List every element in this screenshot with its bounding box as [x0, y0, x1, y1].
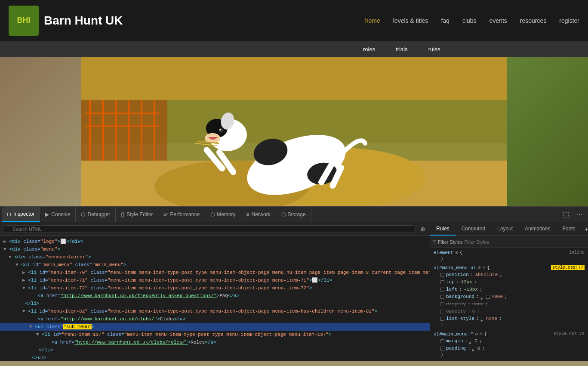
devtools-panel: ◻ Inspector ▶ Console ⬡ Debugger {} Styl…	[0, 206, 588, 361]
css-prop-checkbox[interactable]	[440, 280, 444, 284]
hero-section	[0, 57, 588, 206]
html-line-selected[interactable]: ▼ <ul class="sub-menu">	[0, 323, 430, 331]
html-line[interactable]: ▼ <div class="menucontainer">	[0, 253, 430, 261]
css-tab-fonts[interactable]: Fonts	[556, 222, 581, 236]
expand-icon[interactable]: ▼	[9, 254, 12, 260]
tab-console-label: Console	[51, 211, 70, 217]
html-line[interactable]: ▶ <li id="menu-item-70" class="menu-item…	[0, 269, 430, 276]
css-prop-position: position: absolute;	[434, 271, 585, 279]
filter-label: Filter Styles	[438, 239, 462, 245]
filter-styles-input[interactable]	[464, 239, 585, 245]
logo-image: BHI	[9, 6, 39, 36]
css-prop-checkbox[interactable]	[440, 288, 444, 292]
dock-button[interactable]: ⬚	[559, 210, 573, 218]
html-line[interactable]: <a href="http://www.barnhunt.co.uk/clubs…	[0, 338, 430, 346]
css-tab-computed[interactable]: Computed	[456, 222, 491, 236]
console-icon: ▶	[45, 211, 49, 217]
css-prop-checkbox[interactable]	[440, 310, 444, 313]
html-line[interactable]: ▼ <li id="menu-item-137" class="menu-ite…	[0, 331, 430, 338]
css-prop-checkbox[interactable]	[440, 302, 444, 306]
subnav-trials[interactable]: trials	[385, 41, 418, 57]
margin-triangle-btn[interactable]: ▶	[469, 340, 473, 343]
expand-icon[interactable]: ▼	[22, 309, 25, 314]
storage-icon: ⬡	[281, 211, 286, 217]
html-line[interactable]: </li>	[0, 300, 430, 307]
css-prop-checkbox[interactable]	[440, 273, 444, 277]
nav-clubs[interactable]: clubs	[462, 17, 477, 24]
html-line[interactable]: ▼ <ul id="main_menu" class="main_menu">	[0, 261, 430, 269]
tab-performance[interactable]: ⟳ Performance	[158, 207, 205, 222]
memory-icon: ⬡	[210, 211, 215, 217]
more-options-button[interactable]: ⋯	[573, 210, 586, 218]
css-tab-animations[interactable]: Animations	[519, 222, 556, 236]
tab-storage[interactable]: ⬡ Storage	[276, 207, 311, 222]
css-prop-checkbox[interactable]	[440, 295, 444, 299]
css-prop-margin: margin: ▶ 0;	[434, 338, 585, 345]
css-prop-left: left: -10px;	[434, 286, 585, 293]
nav-home[interactable]: home	[365, 17, 380, 24]
site-header: BHI Barn Hunt UK home levels & titles fa…	[0, 0, 588, 41]
padding-triangle-btn[interactable]: ▶	[472, 347, 476, 350]
css-prop-checkbox[interactable]	[440, 347, 444, 350]
tab-memory-label: Memory	[217, 211, 235, 217]
color-swatch[interactable]	[486, 295, 490, 299]
expand-icon[interactable]: ▼	[15, 262, 18, 267]
logo-text: BHI	[17, 16, 31, 25]
nav-faq[interactable]: faq	[441, 17, 449, 24]
expand-icon[interactable]: ▶	[22, 270, 25, 275]
tab-debugger[interactable]: ⬡ Debugger	[76, 207, 116, 222]
network-icon: ≡	[246, 211, 249, 217]
debugger-icon: ⬡	[81, 211, 85, 217]
html-line[interactable]: ▶ <li id="menu-item-71" class="menu-item…	[0, 276, 430, 284]
pick-element-button[interactable]: ⊕	[419, 225, 427, 233]
list-style-triangle-btn[interactable]: ▶	[481, 317, 484, 321]
html-panel: 🔍 ⊕ ▶ <div class="logo">⬜</div> ▼ <div c…	[0, 222, 430, 361]
expand-icon[interactable]: ▼	[36, 332, 39, 337]
tab-network-label: Network	[252, 211, 271, 217]
sub-navigation: roles trials rules	[0, 41, 588, 57]
color-triangle-btn[interactable]: ▶	[481, 295, 484, 299]
nav-resources[interactable]: resources	[520, 17, 546, 24]
html-line[interactable]: </li>	[0, 346, 430, 354]
tab-inspector-label: Inspector	[13, 211, 34, 217]
tab-console[interactable]: ▶ Console	[40, 207, 76, 222]
style-editor-icon: {}	[121, 211, 124, 217]
expand-icon[interactable]: ▼	[3, 247, 6, 252]
css-prop-display: display: none;	[434, 301, 585, 308]
expand-icon[interactable]: ▼	[22, 285, 25, 291]
css-tab-rules-label: Rules	[436, 226, 449, 232]
nav-events[interactable]: events	[489, 17, 507, 24]
css-prop-list-style: list-style: ▶ none;	[434, 315, 585, 323]
html-line[interactable]: ▼ <li id="menu-item-72" class="menu-item…	[0, 284, 430, 292]
tab-debugger-label: Debugger	[87, 211, 110, 217]
html-line[interactable]: ▼ <div class="menu">	[0, 245, 430, 253]
subnav-roles[interactable]: roles	[353, 41, 385, 57]
expand-icon[interactable]: ▼	[29, 324, 32, 329]
html-line[interactable]: ▼ <li id="menu-item-82" class="menu-item…	[0, 307, 430, 315]
html-line[interactable]: <a href="http://www.barnhunt.co.uk/clubs…	[0, 315, 430, 323]
tab-memory[interactable]: ⬡ Memory	[205, 207, 241, 222]
devtools-toolbar: ◻ Inspector ▶ Console ⬡ Debugger {} Styl…	[0, 207, 588, 222]
search-input[interactable]	[3, 225, 416, 233]
css-prop-opacity: opacity: 0;	[434, 308, 585, 315]
html-line[interactable]: ▶ <div class="logo">⬜</div>	[0, 238, 430, 245]
css-tabs: Rules Computed Layout Animations Fonts +	[430, 222, 588, 236]
tab-network[interactable]: ≡ Network	[241, 207, 276, 222]
css-tab-layout[interactable]: Layout	[491, 222, 519, 236]
css-prop-checkbox[interactable]	[440, 317, 444, 321]
nav-levels[interactable]: levels & titles	[393, 17, 428, 24]
expand-icon[interactable]: ▶	[3, 239, 6, 244]
tab-storage-label: Storage	[288, 211, 306, 217]
html-line[interactable]: </ul>	[0, 354, 430, 361]
css-selector-element: element ⚙ { inline	[434, 250, 585, 255]
tab-inspector[interactable]: ◻ Inspector	[2, 207, 40, 222]
css-prop-checkbox[interactable]	[440, 339, 444, 343]
add-rule-button[interactable]: +	[585, 226, 588, 233]
subnav-rules[interactable]: rules	[418, 41, 451, 57]
html-line[interactable]: <a href="http://www.barnhunt.co.uk/frequ…	[0, 292, 430, 300]
css-tab-rules[interactable]: Rules	[430, 222, 456, 236]
tab-style-editor[interactable]: {} Style Editor	[116, 207, 158, 222]
nav-register[interactable]: register	[559, 17, 579, 24]
css-tab-fonts-label: Fonts	[562, 226, 575, 232]
expand-icon[interactable]: ▶	[22, 278, 25, 283]
